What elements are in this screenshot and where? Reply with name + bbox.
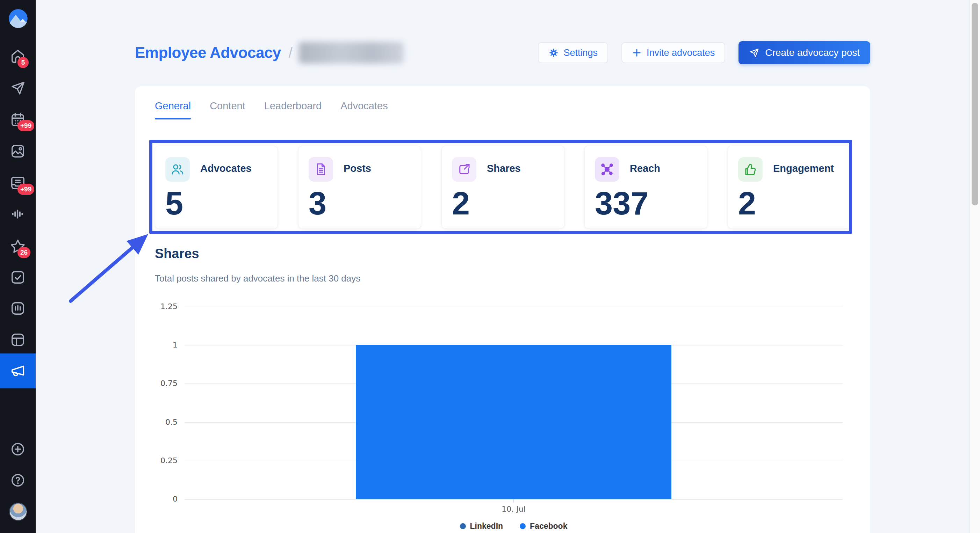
- sidebar-item-help[interactable]: [0, 464, 36, 497]
- y-axis-tick-label: 0.5: [135, 418, 178, 427]
- sidebar-item-approvals[interactable]: [0, 261, 36, 293]
- gear-icon: [548, 48, 559, 58]
- legend-item-linkedin[interactable]: LinkedIn: [460, 522, 503, 531]
- favorites-badge: 26: [18, 247, 30, 258]
- sidebar-item-home[interactable]: 5: [0, 40, 36, 72]
- settings-label: Settings: [564, 48, 598, 58]
- user-avatar[interactable]: [9, 503, 27, 521]
- sidebar-item-voice[interactable]: [0, 198, 36, 230]
- sidebar-item-inbox[interactable]: +99: [0, 167, 36, 199]
- y-axis-tick-label: 1: [135, 341, 178, 349]
- invite-advocates-label: Invite advocates: [647, 48, 715, 58]
- send-icon: [10, 80, 26, 96]
- scrollbar-thumb[interactable]: [972, 3, 978, 205]
- sidebar-item-favorites[interactable]: 26: [0, 230, 36, 262]
- header-actions: Settings Invite advocates Create advocac…: [538, 41, 870, 64]
- send-icon: [749, 48, 759, 58]
- plus-circle-icon: [10, 441, 26, 457]
- audio-wave-icon: [10, 206, 26, 222]
- plus-icon: [632, 48, 642, 58]
- employee-advocacy-page: 5 +99 +99 26: [0, 0, 980, 533]
- create-advocacy-post-button[interactable]: Create advocacy post: [738, 41, 870, 64]
- bar-chart-icon: [10, 300, 26, 316]
- megaphone-icon: [10, 363, 26, 379]
- workspace-logo[interactable]: [9, 9, 28, 28]
- settings-button[interactable]: Settings: [538, 42, 608, 63]
- create-advocacy-post-label: Create advocacy post: [765, 47, 860, 58]
- check-square-icon: [10, 269, 26, 286]
- sidebar-item-boards[interactable]: [0, 324, 36, 356]
- chart: 1.2510.750.50.25010. Jul: [135, 86, 870, 533]
- image-icon: [10, 143, 26, 159]
- sidebar-item-calendar[interactable]: +99: [0, 103, 36, 135]
- sidebar-item-analytics[interactable]: [0, 292, 36, 325]
- y-axis-tick-label: 0.25: [135, 456, 178, 465]
- workspace-name-redacted: [299, 42, 404, 63]
- home-badge: 5: [18, 57, 29, 68]
- sidebar-item-media[interactable]: [0, 135, 36, 167]
- legend-label: LinkedIn: [470, 522, 503, 531]
- inbox-badge: +99: [18, 184, 34, 195]
- chart-legend: LinkedInFacebook: [185, 522, 843, 531]
- legend-item-facebook[interactable]: Facebook: [520, 522, 567, 531]
- invite-advocates-button[interactable]: Invite advocates: [621, 42, 725, 63]
- y-axis-tick-label: 1.25: [135, 302, 178, 311]
- y-axis-tick-label: 0: [135, 495, 178, 503]
- legend-label: Facebook: [530, 522, 567, 531]
- legend-dot: [460, 523, 466, 529]
- help-circle-icon: [10, 472, 26, 488]
- legend-dot: [520, 523, 526, 529]
- x-axis-tick: [514, 499, 514, 503]
- sidebar-item-add-workspace[interactable]: [0, 433, 36, 465]
- layout-icon: [10, 332, 26, 348]
- sidebar: 5 +99 +99 26: [0, 0, 36, 533]
- gridline: [185, 307, 843, 307]
- bar-facebook[interactable]: [356, 345, 672, 499]
- sidebar-item-publish[interactable]: [0, 72, 36, 104]
- scrollbar-track: [969, 0, 980, 533]
- page-header: Employee Advocacy / Settings Invite advo…: [135, 39, 870, 67]
- main-panel: General Content Leaderboard Advocates Ad…: [135, 86, 870, 533]
- breadcrumb-separator: /: [289, 45, 293, 61]
- sidebar-item-advocacy-active[interactable]: [0, 354, 36, 389]
- x-axis-label: 10. Jul: [479, 505, 549, 514]
- calendar-badge: +99: [18, 120, 34, 131]
- y-axis-tick-label: 0.75: [135, 379, 178, 388]
- page-title: Employee Advocacy: [135, 44, 281, 62]
